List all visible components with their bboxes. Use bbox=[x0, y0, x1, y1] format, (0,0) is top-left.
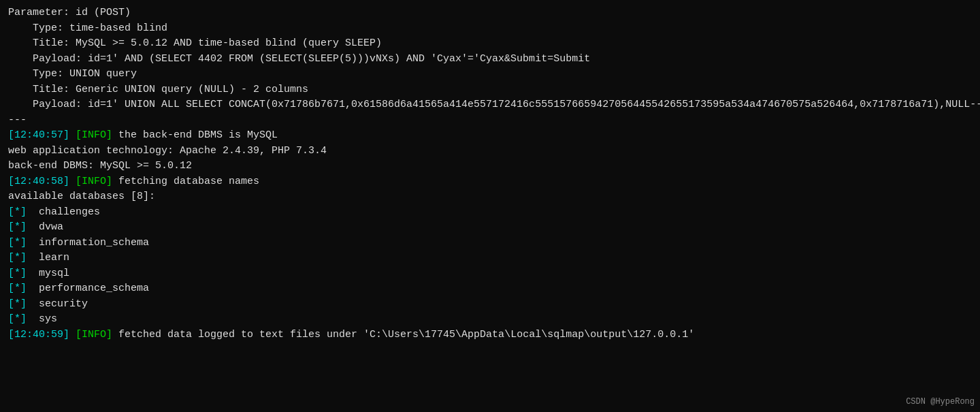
terminal-text: [*] bbox=[8, 221, 27, 233]
terminal-window: Parameter: id (POST) Type: time-based bl… bbox=[0, 0, 980, 412]
terminal-line: Payload: id=1' AND (SELECT 4402 FROM (SE… bbox=[8, 52, 972, 67]
terminal-line: [*] learn bbox=[8, 251, 972, 266]
terminal-text: [*] bbox=[8, 283, 27, 294]
terminal-text: dvwa bbox=[27, 221, 63, 233]
terminal-text: fetched data logged to text files under … bbox=[112, 329, 694, 340]
terminal-text: [INFO] bbox=[69, 176, 112, 187]
terminal-text: [12:40:57] bbox=[8, 129, 69, 141]
terminal-line: [*] sys bbox=[8, 312, 972, 328]
terminal-line: --- bbox=[8, 113, 972, 129]
terminal-text: --- bbox=[8, 114, 27, 126]
terminal-line: available databases [8]: bbox=[8, 189, 972, 205]
terminal-text: Payload: id=1' AND (SELECT 4402 FROM (SE… bbox=[8, 53, 590, 65]
terminal-line: web application technology: Apache 2.4.3… bbox=[8, 144, 972, 159]
terminal-text: Payload: id=1' UNION ALL SELECT CONCAT(0… bbox=[8, 99, 980, 110]
terminal-text: [*] bbox=[8, 237, 27, 249]
terminal-line: Title: MySQL >= 5.0.12 AND time-based bl… bbox=[8, 36, 972, 52]
terminal-text: [INFO] bbox=[69, 329, 112, 340]
watermark: CSDN @HypeRong bbox=[906, 396, 975, 408]
terminal-line: Type: time-based blind bbox=[8, 21, 972, 37]
terminal-line: Payload: id=1' UNION ALL SELECT CONCAT(0… bbox=[8, 97, 972, 113]
terminal-line: Type: UNION query bbox=[8, 67, 972, 82]
terminal-line: [12:40:59] [INFO] fetched data logged to… bbox=[8, 328, 972, 343]
terminal-line: [*] information_schema bbox=[8, 236, 972, 251]
terminal-text: [INFO] bbox=[69, 129, 112, 141]
terminal-line: Parameter: id (POST) bbox=[8, 5, 972, 21]
terminal-text: [*] bbox=[8, 252, 27, 264]
terminal-text: web application technology: Apache 2.4.3… bbox=[8, 145, 327, 157]
terminal-line: [*] mysql bbox=[8, 266, 972, 282]
terminal-line: [12:40:58] [INFO] fetching database name… bbox=[8, 174, 972, 190]
terminal-text: performance_schema bbox=[27, 283, 149, 294]
terminal-text: back-end DBMS: MySQL >= 5.0.12 bbox=[8, 160, 192, 172]
terminal-text: mysql bbox=[27, 268, 69, 279]
terminal-text: Parameter: id (POST) bbox=[8, 7, 131, 18]
terminal-text: [*] bbox=[8, 268, 27, 279]
terminal-text: Type: UNION query bbox=[8, 68, 137, 80]
terminal-line: [12:40:57] [INFO] the back-end DBMS is M… bbox=[8, 128, 972, 144]
terminal-text: learn bbox=[27, 252, 69, 264]
terminal-text: [12:40:58] bbox=[8, 176, 69, 187]
terminal-text: the back-end DBMS is MySQL bbox=[112, 129, 278, 141]
terminal-content: Parameter: id (POST) Type: time-based bl… bbox=[8, 5, 972, 343]
terminal-line: [*] dvwa bbox=[8, 220, 972, 236]
terminal-text: challenges bbox=[27, 206, 100, 218]
terminal-text: Title: MySQL >= 5.0.12 AND time-based bl… bbox=[8, 37, 382, 49]
terminal-text: [*] bbox=[8, 313, 27, 325]
terminal-text: fetching database names bbox=[112, 176, 259, 187]
terminal-text: [*] bbox=[8, 206, 27, 218]
terminal-text: [12:40:59] bbox=[8, 329, 69, 340]
terminal-line: [*] challenges bbox=[8, 205, 972, 221]
terminal-text: Title: Generic UNION query (NULL) - 2 co… bbox=[8, 84, 308, 95]
terminal-text: sys bbox=[27, 313, 57, 325]
terminal-text: Type: time-based blind bbox=[8, 22, 167, 34]
terminal-text: [*] bbox=[8, 298, 27, 310]
terminal-line: back-end DBMS: MySQL >= 5.0.12 bbox=[8, 159, 972, 174]
terminal-line: [*] performance_schema bbox=[8, 281, 972, 297]
terminal-text: available databases [8]: bbox=[8, 191, 155, 202]
terminal-text: information_schema bbox=[27, 237, 149, 249]
terminal-line: [*] security bbox=[8, 297, 972, 313]
terminal-line: Title: Generic UNION query (NULL) - 2 co… bbox=[8, 82, 972, 98]
terminal-text: security bbox=[27, 298, 88, 310]
